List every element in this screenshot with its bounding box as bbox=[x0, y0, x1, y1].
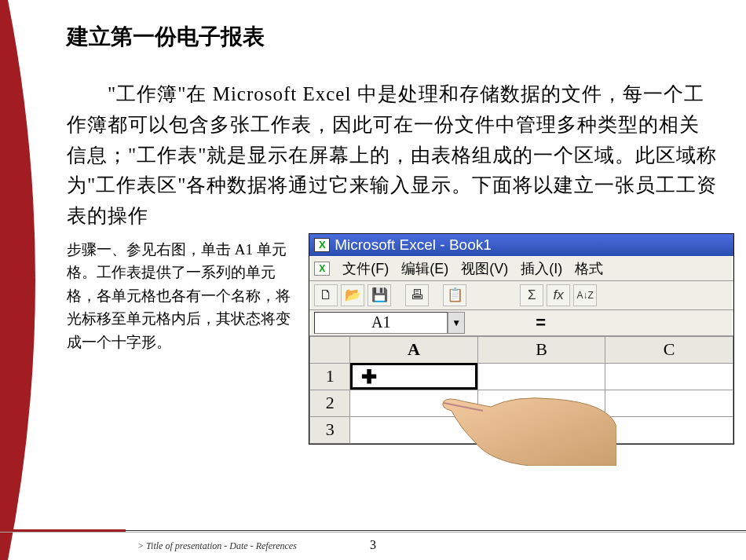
new-icon[interactable]: 🗋 bbox=[314, 284, 338, 306]
save-icon[interactable]: 💾 bbox=[368, 284, 391, 306]
cell-A3[interactable] bbox=[350, 416, 478, 443]
cell-A2[interactable] bbox=[350, 390, 478, 416]
excel-doc-icon: X bbox=[314, 262, 330, 276]
open-icon[interactable]: 📂 bbox=[341, 284, 364, 306]
sort-icon[interactable]: A↓Z bbox=[573, 284, 597, 306]
name-box-dropdown[interactable]: ▼ bbox=[448, 312, 465, 334]
footer-red-accent bbox=[0, 529, 126, 532]
window-title-text: Microsoft Excel - Book1 bbox=[335, 236, 492, 254]
cell-C2[interactable] bbox=[605, 390, 733, 416]
sidebar-red-bar bbox=[0, 0, 8, 560]
spreadsheet-grid: A B C 1 ✚ 2 bbox=[309, 336, 733, 444]
menu-view[interactable]: 视图(V) bbox=[461, 259, 508, 278]
formula-equals: = bbox=[536, 313, 546, 333]
cell-A1[interactable]: ✚ bbox=[350, 363, 478, 390]
col-header-A[interactable]: A bbox=[350, 336, 478, 363]
sidebar-red-curve bbox=[8, 0, 75, 560]
menu-file[interactable]: 文件(F) bbox=[342, 259, 389, 278]
excel-app-icon: X bbox=[314, 238, 330, 252]
menu-bar: X 文件(F) 编辑(E) 视图(V) 插入(I) 格式 bbox=[309, 256, 733, 281]
page-number: 3 bbox=[0, 538, 746, 552]
menu-insert[interactable]: 插入(I) bbox=[521, 259, 562, 278]
window-title-bar: X Microsoft Excel - Book1 bbox=[309, 234, 733, 256]
excel-screenshot: X Microsoft Excel - Book1 X 文件(F) 编辑(E) … bbox=[309, 233, 734, 445]
cell-B2[interactable] bbox=[477, 390, 605, 416]
menu-edit[interactable]: 编辑(E) bbox=[401, 259, 448, 278]
print-icon[interactable]: 🖶 bbox=[405, 284, 429, 306]
col-header-B[interactable]: B bbox=[477, 336, 605, 363]
footer-rule-light bbox=[0, 532, 746, 533]
row-header-1[interactable]: 1 bbox=[310, 363, 350, 390]
step-one-text: 步骤一、参见右图，单击 A1 单元格。工作表提供了一系列的单元格，各单元格也各有… bbox=[67, 233, 301, 445]
name-box[interactable]: A1 bbox=[314, 312, 448, 334]
slide-title: 建立第一份电子报表 bbox=[67, 22, 734, 52]
paste-icon[interactable]: 📋 bbox=[443, 284, 466, 306]
row-header-3[interactable]: 3 bbox=[310, 416, 350, 443]
cell-B3[interactable] bbox=[477, 416, 605, 443]
name-box-row: A1 ▼ = bbox=[309, 310, 733, 336]
row-header-2[interactable]: 2 bbox=[310, 390, 350, 416]
cell-B1[interactable] bbox=[477, 363, 605, 390]
menu-format[interactable]: 格式 bbox=[575, 259, 603, 278]
fx-icon[interactable]: fx bbox=[547, 284, 570, 306]
autosum-icon[interactable]: Σ bbox=[520, 284, 543, 306]
col-header-C[interactable]: C bbox=[605, 336, 733, 363]
main-paragraph: "工作簿"在 Microsoft Excel 中是处理和存储数据的文件，每一个工… bbox=[67, 79, 734, 232]
select-all-corner[interactable] bbox=[310, 336, 350, 363]
cross-cursor-icon: ✚ bbox=[361, 366, 377, 388]
cell-C1[interactable] bbox=[605, 363, 733, 390]
toolbar: 🗋 📂 💾 🖶 📋 Σ fx A↓Z bbox=[309, 281, 733, 310]
cell-C3[interactable] bbox=[605, 416, 733, 443]
